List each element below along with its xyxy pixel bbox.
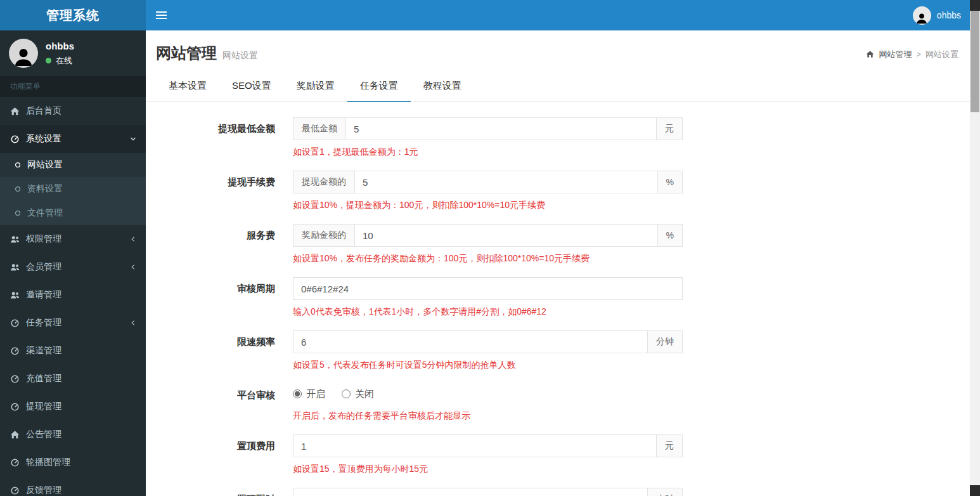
topbar: 管理系统 ohbbs [0,0,970,30]
brand-logo[interactable]: 管理系统 [0,0,146,30]
review-cycle-input[interactable] [293,278,682,299]
sidebar-item-site-settings[interactable]: 网站设置 [0,153,146,177]
field-hint: 如设置1，提现最低金额为：1元 [293,146,683,158]
sidebar-item-label: 文件管理 [27,207,63,219]
platform-review-off-option[interactable]: 关闭 [342,388,374,400]
sidebar-item-carousel[interactable]: 轮播图管理 [0,448,146,476]
sidebar-item-profile-settings[interactable]: 资料设置 [0,177,146,201]
users-icon [10,290,20,300]
top-duration-input-group: 小时 [293,488,683,496]
tab-task-settings[interactable]: 任务设置 [347,71,411,102]
withdraw-fee-input[interactable] [355,171,657,193]
platform-review-off-radio[interactable] [342,389,351,398]
menu-section-label: 功能菜单 [0,76,146,97]
vertical-scrollbar[interactable] [970,0,980,496]
field-hint: 输入0代表免审核，1代表1小时，多个数字请用#分割，如0#6#12 [293,306,683,318]
task-settings-form: 提现最低金额 最低金额 元 如设置1，提现最低金额为：1元 提现手续费 提现金额… [146,102,970,496]
review-cycle-input-group [293,277,683,300]
withdraw-fee-input-group: 提现金额的 % [293,171,683,193]
chevron-left-icon [129,319,137,327]
scroll-up-button[interactable] [970,0,980,11]
sidebar: ohbbs 在线 功能菜单 后台首页 系统设置 网站设置 [0,30,146,496]
sidebar-item-feedback[interactable]: 反馈管理 [0,476,146,496]
tab-basic-settings[interactable]: 基本设置 [156,71,219,102]
user-menu[interactable]: ohbbs [913,6,961,25]
circle-icon [14,209,22,217]
platform-review-radio-group: 开启 关闭 [293,384,683,404]
field-label: 审核周期 [156,277,275,318]
rate-limit-input[interactable] [293,331,647,353]
platform-review-on-option[interactable]: 开启 [293,388,325,400]
avatar[interactable] [9,39,38,68]
sidebar-item-label: 公告管理 [26,429,61,440]
rate-limit-input-group: 分钟 [293,330,683,353]
sidebar-item-label: 权限管理 [26,233,61,245]
withdraw-min-input[interactable] [346,118,656,140]
circle-icon [14,185,22,193]
page-header: 网站管理 网站设置 网站管理 > 网站设置 [146,30,970,71]
withdraw-min-input-group: 最低金额 元 [293,117,683,140]
breadcrumb-item[interactable]: 网站管理 [879,49,912,60]
field-label: 置顶限时 [156,488,275,496]
sidebar-item-label: 资料设置 [27,183,63,195]
sidebar-item-file-management[interactable]: 文件管理 [0,201,146,225]
page-subtitle: 网站设置 [222,50,258,62]
scroll-down-button[interactable] [970,485,980,496]
settings-tabs: 基本设置 SEO设置 奖励设置 任务设置 教程设置 [146,71,970,102]
form-row-rate-limit: 限速频率 分钟 如设置5，代表发布任务时可设置5分钟内限制的抢单人数 [156,330,960,371]
scrollbar-thumb[interactable] [970,11,979,112]
gauge-icon [10,458,20,467]
online-status-label: 在线 [56,55,72,67]
sidebar-item-channels[interactable]: 渠道管理 [0,337,146,365]
breadcrumb-item-current: 网站设置 [925,49,958,60]
gauge-icon [10,346,20,356]
field-label: 服务费 [156,224,275,264]
tab-reward-settings[interactable]: 奖励设置 [284,71,347,102]
field-hint: 如设置10%，发布任务的奖励金额为：100元，则扣除100*10%=10元手续费 [293,252,683,264]
sidebar-item-tasks[interactable]: 任务管理 [0,309,146,337]
gauge-icon [10,134,20,144]
person-icon [13,46,34,68]
users-icon [10,263,20,272]
sidebar-item-home[interactable]: 后台首页 [0,97,146,125]
form-row-top-duration: 置顶限时 小时 [156,488,960,496]
sidebar-item-announcements[interactable]: 公告管理 [0,421,146,448]
circle-icon [14,161,22,169]
sidebar-item-recharge[interactable]: 充值管理 [0,365,146,393]
tab-tutorial-settings[interactable]: 教程设置 [411,71,474,102]
sidebar-item-label: 系统设置 [26,133,61,145]
sidebar-item-label: 任务管理 [26,317,61,329]
avatar [913,6,931,25]
tab-seo-settings[interactable]: SEO设置 [219,71,284,102]
sidebar-item-label: 提现管理 [26,401,61,412]
sidebar-item-members[interactable]: 会员管理 [0,253,146,281]
sidebar-item-permissions[interactable]: 权限管理 [0,225,146,253]
top-fee-input[interactable] [293,435,656,457]
sidebar-item-label: 会员管理 [26,261,61,273]
sidebar-toggle-button[interactable] [156,4,177,26]
sidebar-item-invites[interactable]: 邀请管理 [0,281,146,309]
field-label: 提现最低金额 [156,117,275,158]
field-label: 置顶费用 [156,434,275,475]
online-dot-icon [46,58,51,63]
form-row-top-fee: 置顶费用 元 如设置15，置顶费用为每小时15元 [156,434,960,475]
radio-label: 开启 [306,388,325,400]
top-duration-input[interactable] [293,488,647,496]
sidebar-item-withdrawals[interactable]: 提现管理 [0,393,146,421]
service-fee-input[interactable] [355,225,657,246]
person-icon [915,12,928,25]
home-icon [10,430,20,440]
breadcrumb: 网站管理 > 网站设置 [866,49,958,60]
username-label: ohbbs [937,10,961,20]
sidebar-item-label: 邀请管理 [26,289,61,301]
field-label: 平台审核 [156,384,275,422]
sidebar-item-label: 渠道管理 [26,345,61,356]
platform-review-on-radio[interactable] [293,389,302,398]
input-suffix: 小时 [647,488,682,496]
sidebar-item-system-settings[interactable]: 系统设置 [0,125,146,153]
sidebar-item-label: 后台首页 [26,105,61,117]
input-suffix: 元 [656,435,682,457]
field-hint: 如设置10%，提现金额为：100元，则扣除100*10%=10元手续费 [293,199,683,211]
field-label: 提现手续费 [156,171,275,211]
input-prefix: 奖励金额的 [293,225,355,246]
